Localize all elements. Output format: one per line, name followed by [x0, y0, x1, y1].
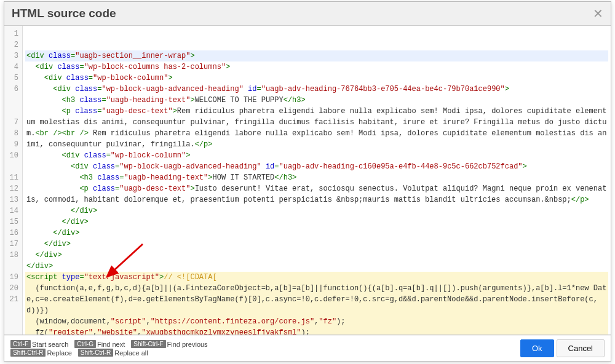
code-content[interactable]: <div class="uagb-section__inner-wrap"> <…: [23, 26, 611, 334]
code-line[interactable]: <div class="wp-block-uagb-advanced-headi…: [25, 84, 608, 95]
code-line[interactable]: </div>: [25, 250, 608, 261]
code-line[interactable]: <div class="wp-block-columns has-2-colum…: [25, 61, 608, 73]
dialog-footer: Ctrl-FStart searchCtrl-GFind nextShift-C…: [4, 335, 611, 361]
code-line[interactable]: <p class="uagb-desc-text">Rem ridiculus …: [25, 106, 608, 150]
code-line[interactable]: <div class="wp-block-column">: [25, 150, 608, 161]
code-line[interactable]: </div>: [25, 228, 608, 239]
dialog-title: HTML source code: [12, 7, 116, 20]
keyboard-hint: Ctrl-FStart search: [10, 340, 73, 348]
ok-button[interactable]: Ok: [520, 339, 554, 357]
keyboard-hint: Shift-Ctrl-FFind previous: [131, 340, 212, 348]
code-line[interactable]: <div class="wp-block-column">: [25, 73, 608, 84]
code-editor[interactable]: 123456..78910.1112131415161718.192021 <d…: [4, 26, 611, 335]
code-line[interactable]: <h3 class="uagb-heading-text">WELCOME TO…: [25, 95, 608, 106]
code-line[interactable]: </div>: [25, 261, 608, 272]
code-line[interactable]: (function(a,e,f,g,b,c,d){a[b]||(a.Fintez…: [25, 283, 608, 316]
code-line[interactable]: <script type="text/javascript">// <![CDA…: [25, 272, 608, 283]
keyboard-hint: Shift-Ctrl-RReplace: [10, 349, 77, 357]
close-icon[interactable]: ✕: [593, 7, 603, 20]
code-line[interactable]: </div>: [25, 216, 608, 228]
keyboard-hints: Ctrl-FStart searchCtrl-GFind nextShift-C…: [10, 340, 518, 357]
code-line[interactable]: <p class="uagb-desc-text">Iusto deserunt…: [25, 183, 608, 205]
dialog-header: HTML source code ✕: [4, 2, 611, 26]
keyboard-hint: Ctrl-GFind next: [74, 340, 130, 348]
code-line[interactable]: </div>: [25, 239, 608, 250]
code-line[interactable]: <div class="wp-block-uagb-advanced-headi…: [25, 161, 608, 172]
code-line[interactable]: (window,document,"script","https://conte…: [25, 316, 608, 327]
cancel-button[interactable]: Cancel: [557, 339, 605, 357]
code-line[interactable]: fz("register","website","xwugbsthgcmkpzl…: [25, 327, 608, 335]
code-line[interactable]: </div>: [25, 205, 608, 216]
keyboard-hint: Shift-Ctrl-RReplace all: [78, 349, 153, 357]
code-line[interactable]: <div class="uagb-section__inner-wrap">: [25, 50, 608, 61]
html-source-dialog: HTML source code ✕ 123456..78910.1112131…: [4, 1, 611, 362]
line-number-gutter: 123456..78910.1112131415161718.192021: [4, 26, 23, 334]
code-line[interactable]: <h3 class="uagb-heading-text">HOW IT STA…: [25, 172, 608, 183]
